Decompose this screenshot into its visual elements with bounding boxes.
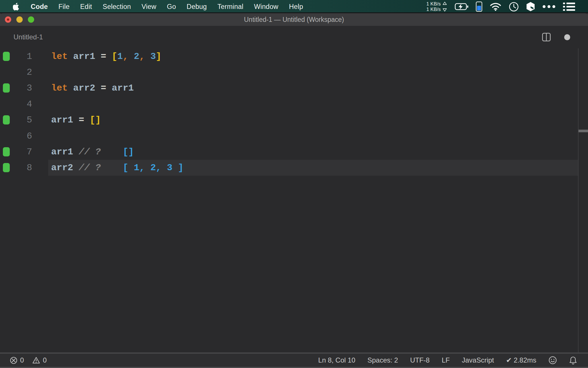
notifications-bell-icon[interactable] bbox=[569, 356, 577, 365]
menu-item-selection[interactable]: Selection bbox=[103, 3, 131, 11]
code-line-8[interactable]: 8arr2 // ? [ 1, 2, 3 ] bbox=[0, 160, 588, 176]
unsaved-changes-dot[interactable] bbox=[564, 34, 570, 40]
editor-actions bbox=[542, 26, 588, 48]
battery-charging-icon[interactable] bbox=[455, 3, 468, 11]
menu-item-help[interactable]: Help bbox=[289, 3, 303, 11]
errors-icon bbox=[10, 356, 18, 364]
menu-bar-status-icons: 1 KB/s 1 KB/s bbox=[426, 1, 588, 12]
code-text: arr1 // ? [] bbox=[51, 147, 134, 157]
screen: CodeFileEditSelectionViewGoDebugTerminal… bbox=[0, 0, 588, 368]
menu-items: CodeFileEditSelectionViewGoDebugTerminal… bbox=[0, 2, 303, 11]
overview-ruler-border bbox=[578, 48, 579, 352]
code-text: let arr1 = [1, 2, 3] bbox=[51, 51, 161, 62]
apple-logo-icon bbox=[13, 2, 20, 11]
code-line-2[interactable]: 2 bbox=[0, 64, 588, 80]
cube-icon[interactable] bbox=[526, 2, 535, 12]
network-down-label: 1 KB/s bbox=[426, 7, 441, 12]
status-item-indentation[interactable]: Spaces: 2 bbox=[368, 356, 398, 364]
code-line-7[interactable]: 7arr1 // ? [] bbox=[0, 144, 588, 160]
line-number: 7 bbox=[0, 147, 32, 157]
close-button[interactable] bbox=[5, 16, 11, 23]
menu-item-window[interactable]: Window bbox=[254, 3, 278, 11]
overflow-dots-icon[interactable] bbox=[542, 5, 556, 8]
network-speed-widget[interactable]: 1 KB/s 1 KB/s bbox=[426, 1, 447, 12]
battery-level-icon[interactable] bbox=[476, 1, 482, 12]
status-item-encoding[interactable]: UTF-8 bbox=[410, 356, 430, 364]
code-text: arr2 // ? [ 1, 2, 3 ] bbox=[51, 162, 183, 173]
clock-icon[interactable] bbox=[509, 2, 519, 12]
code-line-5[interactable]: 5arr1 = [] bbox=[0, 112, 588, 128]
line-number: 8 bbox=[0, 162, 32, 173]
window-title-bar[interactable]: Untitled-1 — Untitled (Workspace) bbox=[0, 13, 588, 26]
code-text: arr1 = [] bbox=[51, 115, 101, 125]
menu-item-file[interactable]: File bbox=[59, 3, 70, 11]
line-number: 6 bbox=[0, 131, 32, 141]
menu-item-go[interactable]: Go bbox=[167, 3, 176, 11]
overview-ruler-marker[interactable] bbox=[579, 130, 588, 132]
list-icon[interactable] bbox=[563, 2, 575, 11]
code-line-6[interactable]: 6 bbox=[0, 128, 588, 144]
menu-item-view[interactable]: View bbox=[142, 3, 156, 11]
status-item-language-mode[interactable]: JavaScript bbox=[462, 356, 494, 364]
feedback-smiley-icon[interactable] bbox=[548, 356, 557, 365]
window-bottom-border bbox=[0, 367, 588, 368]
status-right-items: Ln 8, Col 10Spaces: 2UTF-8LFJavaScript✔ … bbox=[318, 356, 536, 364]
editor-header: Untitled-1 bbox=[0, 26, 588, 48]
window-title: Untitled-1 — Untitled (Workspace) bbox=[244, 16, 344, 24]
code-line-4[interactable]: 4 bbox=[0, 96, 588, 112]
network-arrows-icon bbox=[442, 1, 447, 12]
tab-title[interactable]: Untitled-1 bbox=[13, 33, 43, 41]
line-number: 5 bbox=[0, 115, 32, 125]
traffic-lights bbox=[5, 16, 34, 23]
zoom-button[interactable] bbox=[28, 16, 34, 23]
code-line-1[interactable]: 1let arr1 = [1, 2, 3] bbox=[0, 48, 588, 64]
code-text: let arr2 = arr1 bbox=[51, 83, 134, 93]
menu-item-edit[interactable]: Edit bbox=[80, 3, 92, 11]
warnings-count: 0 bbox=[43, 356, 47, 364]
line-number: 2 bbox=[0, 67, 32, 78]
status-item-eol-sequence[interactable]: LF bbox=[442, 356, 450, 364]
apple-menu[interactable] bbox=[13, 2, 20, 11]
status-item-cursor-position[interactable]: Ln 8, Col 10 bbox=[318, 356, 355, 364]
menu-bar: CodeFileEditSelectionViewGoDebugTerminal… bbox=[0, 0, 588, 13]
errors-count: 0 bbox=[20, 356, 24, 364]
problems-indicator[interactable]: 0 0 bbox=[0, 356, 47, 364]
code-line-3[interactable]: 3let arr2 = arr1 bbox=[0, 80, 588, 96]
line-number: 4 bbox=[0, 99, 32, 109]
warnings-icon bbox=[32, 356, 40, 364]
status-bar: 0 0 Ln 8, Col 10Spaces: 2UTF-8LFJavaScri… bbox=[0, 354, 588, 367]
wifi-icon[interactable] bbox=[490, 2, 501, 11]
menu-item-terminal[interactable]: Terminal bbox=[217, 3, 243, 11]
code-lines: 1let arr1 = [1, 2, 3]23let arr2 = arr145… bbox=[0, 48, 588, 176]
line-number: 3 bbox=[0, 83, 32, 93]
status-item-quokka-run-time[interactable]: ✔ 2.82ms bbox=[506, 356, 536, 364]
split-editor-icon[interactable] bbox=[542, 32, 551, 42]
code-editor[interactable]: 1let arr1 = [1, 2, 3]23let arr2 = arr145… bbox=[0, 48, 588, 352]
line-number: 1 bbox=[0, 51, 32, 62]
menu-item-code[interactable]: Code bbox=[31, 3, 48, 11]
menu-item-debug[interactable]: Debug bbox=[187, 3, 207, 11]
minimize-button[interactable] bbox=[16, 16, 23, 23]
network-up-label: 1 KB/s bbox=[426, 1, 441, 7]
